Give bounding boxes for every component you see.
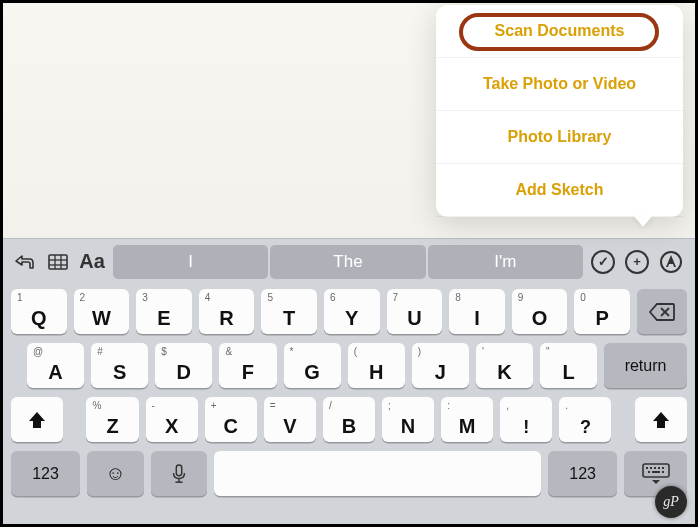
key-row-2: @A #S $D &F *G (H )J 'K "L return — [3, 338, 695, 392]
key-sub: ; — [388, 400, 391, 411]
key-main: Y — [345, 307, 358, 330]
menu-photo-library[interactable]: Photo Library — [436, 111, 683, 164]
key-sub: = — [270, 400, 276, 411]
key-sub: + — [211, 400, 217, 411]
menu-item-label: Take Photo or Video — [483, 75, 636, 93]
key-z[interactable]: %Z — [86, 397, 138, 442]
suggestion-3[interactable]: I'm — [428, 245, 583, 279]
key-b[interactable]: /B — [323, 397, 375, 442]
svg-rect-12 — [646, 467, 648, 469]
key-dictation[interactable] — [151, 451, 208, 496]
key-main: D — [177, 361, 191, 384]
suggestion-2[interactable]: The — [270, 245, 425, 279]
svg-rect-19 — [662, 471, 664, 473]
key-y[interactable]: 6Y — [324, 289, 380, 334]
key-f[interactable]: &F — [219, 343, 276, 388]
key-exclaim[interactable]: ,! — [500, 397, 552, 442]
key-main: P — [595, 307, 608, 330]
key-c[interactable]: +C — [205, 397, 257, 442]
menu-scan-documents[interactable]: Scan Documents — [436, 5, 683, 58]
key-p[interactable]: 0P — [574, 289, 630, 334]
key-l[interactable]: "L — [540, 343, 597, 388]
key-backspace[interactable] — [637, 289, 687, 334]
watermark-badge: gP — [655, 486, 687, 518]
key-v[interactable]: =V — [264, 397, 316, 442]
keyboard-toolbar: Aa I The I'm ✓ + — [3, 239, 695, 284]
key-sub: @ — [33, 346, 43, 357]
key-question[interactable]: .? — [559, 397, 611, 442]
key-sub: 7 — [393, 292, 399, 303]
menu-item-label: Scan Documents — [495, 22, 625, 40]
key-h[interactable]: (H — [348, 343, 405, 388]
table-icon[interactable] — [45, 249, 71, 275]
key-r[interactable]: 4R — [199, 289, 255, 334]
key-w[interactable]: 2W — [74, 289, 130, 334]
key-x[interactable]: -X — [146, 397, 198, 442]
key-sub: & — [225, 346, 232, 357]
checklist-icon[interactable]: ✓ — [591, 250, 615, 274]
key-q[interactable]: 1Q — [11, 289, 67, 334]
key-main: B — [342, 415, 356, 438]
key-sub: # — [97, 346, 103, 357]
key-main: ! — [523, 417, 529, 438]
suggestion-bar: I The I'm — [113, 245, 583, 279]
key-sub: * — [290, 346, 294, 357]
svg-rect-11 — [643, 464, 669, 477]
key-main: W — [92, 307, 111, 330]
key-i[interactable]: 8I — [449, 289, 505, 334]
svg-rect-8 — [176, 464, 181, 475]
attachment-popover: Scan Documents Take Photo or Video Photo… — [436, 5, 683, 217]
key-sub: 8 — [455, 292, 461, 303]
suggestion-1[interactable]: I — [113, 245, 268, 279]
key-sub: 5 — [267, 292, 273, 303]
hide-keyboard-icon — [641, 463, 671, 485]
key-e[interactable]: 3E — [136, 289, 192, 334]
key-sub: 9 — [518, 292, 524, 303]
key-t[interactable]: 5T — [261, 289, 317, 334]
key-u[interactable]: 7U — [387, 289, 443, 334]
key-m[interactable]: :M — [441, 397, 493, 442]
key-sub: 3 — [142, 292, 148, 303]
menu-take-photo-video[interactable]: Take Photo or Video — [436, 58, 683, 111]
key-s[interactable]: #S — [91, 343, 148, 388]
key-sub: 2 — [80, 292, 86, 303]
key-sub: 4 — [205, 292, 211, 303]
key-o[interactable]: 9O — [512, 289, 568, 334]
key-return[interactable]: return — [604, 343, 687, 388]
key-a[interactable]: @A — [27, 343, 84, 388]
key-main: H — [369, 361, 383, 384]
undo-icon[interactable] — [11, 249, 37, 275]
key-g[interactable]: *G — [284, 343, 341, 388]
suggestion-label: I'm — [494, 252, 516, 272]
key-main: T — [283, 307, 295, 330]
add-attachment-icon[interactable]: + — [625, 250, 649, 274]
svg-rect-14 — [654, 467, 656, 469]
key-d[interactable]: $D — [155, 343, 212, 388]
key-space[interactable] — [214, 451, 541, 496]
key-main: I — [474, 307, 480, 330]
key-n[interactable]: ;N — [382, 397, 434, 442]
key-main: E — [157, 307, 170, 330]
key-sub: 1 — [17, 292, 23, 303]
key-main: R — [219, 307, 233, 330]
key-k[interactable]: 'K — [476, 343, 533, 388]
key-mode-left[interactable]: 123 — [11, 451, 80, 496]
key-shift-right[interactable] — [635, 397, 687, 442]
menu-add-sketch[interactable]: Add Sketch — [436, 164, 683, 217]
key-mode-right[interactable]: 123 — [548, 451, 617, 496]
svg-rect-18 — [652, 471, 660, 473]
shift-icon — [651, 410, 671, 430]
key-j[interactable]: )J — [412, 343, 469, 388]
key-main: C — [224, 415, 238, 438]
shift-icon — [27, 410, 47, 430]
key-main: U — [407, 307, 421, 330]
key-sub: - — [152, 400, 155, 411]
suggestion-label: I — [188, 252, 193, 272]
key-sub: ' — [482, 346, 484, 357]
text-format-button[interactable]: Aa — [79, 249, 105, 275]
markup-icon[interactable] — [659, 250, 683, 274]
key-shift-left[interactable] — [11, 397, 63, 442]
key-sub: , — [506, 400, 509, 411]
svg-rect-17 — [648, 471, 650, 473]
key-emoji[interactable]: ☺ — [87, 451, 144, 496]
